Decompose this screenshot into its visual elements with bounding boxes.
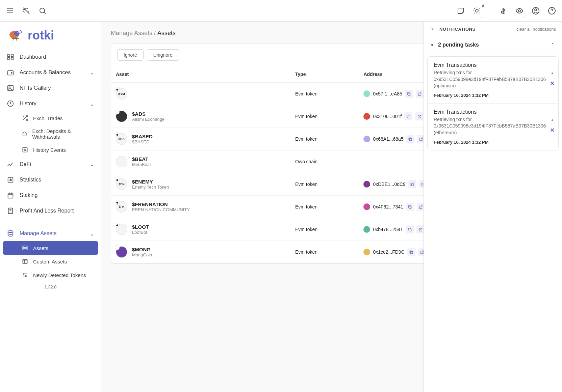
svg-point-0 bbox=[40, 8, 45, 13]
sidebar-item-statistics[interactable]: Statistics bbox=[0, 172, 101, 188]
notification-desc: Retrieving txns for 0x9531C059098e3d194f… bbox=[434, 116, 546, 136]
currency-icon[interactable] bbox=[499, 6, 508, 16]
sidebar-item-staking[interactable]: Staking bbox=[0, 188, 101, 203]
logo-bird-icon bbox=[7, 29, 24, 42]
asset-subtitle: $BASED bbox=[132, 139, 153, 144]
asset-subtitle: LootBot bbox=[132, 230, 149, 235]
menu-icon[interactable] bbox=[5, 6, 15, 16]
notifications-panel: NOTIFICATIONS clear all notifications 2 … bbox=[424, 22, 562, 392]
notifications-title: NOTIFICATIONS bbox=[439, 27, 476, 32]
chevron-right-icon[interactable] bbox=[430, 26, 435, 32]
col-type[interactable]: Type bbox=[290, 66, 359, 83]
address-avatar-icon bbox=[363, 226, 370, 233]
copy-icon[interactable] bbox=[406, 203, 414, 211]
account-icon[interactable] bbox=[531, 6, 540, 16]
asset-type: Evm token bbox=[290, 218, 359, 241]
copy-icon[interactable] bbox=[406, 135, 414, 143]
sidebar-label: History Events bbox=[33, 147, 66, 153]
note-icon[interactable] bbox=[456, 6, 465, 16]
sidebar-label: Manage Assets bbox=[20, 230, 56, 236]
svg-point-7 bbox=[14, 31, 20, 36]
svg-rect-9 bbox=[12, 38, 19, 39]
shuffle-icon bbox=[22, 115, 28, 121]
chart-line-icon bbox=[7, 161, 14, 168]
external-link-icon[interactable] bbox=[415, 112, 423, 120]
sidebar-item-defi[interactable]: DeFi ⌄ bbox=[0, 157, 101, 172]
asset-type: Evm token bbox=[290, 196, 359, 218]
wallet-icon bbox=[7, 69, 14, 76]
sidebar-item-accounts[interactable]: Accounts & Balances ⌄ bbox=[0, 65, 101, 80]
sidebar-sub-exch-trades[interactable]: Exch. Trades bbox=[3, 111, 98, 125]
bar-chart-icon bbox=[7, 176, 14, 184]
sidebar-sub-custom-assets[interactable]: Custom Assets bbox=[3, 255, 98, 268]
close-icon[interactable]: ✕ bbox=[550, 80, 555, 87]
sidebar-item-pnl[interactable]: Profit And Loss Report bbox=[0, 203, 101, 219]
external-link-icon[interactable] bbox=[416, 90, 424, 98]
chevron-down-icon: ⌄ bbox=[523, 15, 526, 18]
notification-time: February 16, 2024 1:32 PM bbox=[434, 93, 546, 98]
help-icon[interactable] bbox=[547, 6, 557, 16]
calendar-icon bbox=[7, 192, 14, 199]
sidebar-item-nfts[interactable]: NFTs Gallery bbox=[0, 80, 101, 96]
svg-rect-29 bbox=[23, 259, 27, 263]
eth-badge-icon: ◆ bbox=[115, 223, 120, 227]
svg-rect-37 bbox=[410, 138, 412, 141]
ignore-button[interactable]: Ignore bbox=[117, 49, 144, 61]
svg-rect-39 bbox=[409, 206, 412, 208]
svg-rect-38 bbox=[412, 184, 414, 186]
privacy-icon[interactable]: ⌄ bbox=[515, 6, 524, 16]
sidebar-sub-history-events[interactable]: History Events bbox=[3, 143, 98, 157]
notification-title: Evm Transactions bbox=[434, 109, 546, 115]
sidebar-label: Exch. Deposits & Withdrawals bbox=[32, 128, 92, 140]
svg-rect-41 bbox=[411, 251, 413, 254]
asset-symbol: $FRENNATION bbox=[132, 201, 190, 207]
svg-rect-25 bbox=[23, 246, 27, 248]
database-icon bbox=[7, 230, 14, 237]
breadcrumb-parent[interactable]: Manage Assets bbox=[111, 30, 152, 36]
sidebar-sub-newly-detected[interactable]: Newly Detected Tokens bbox=[3, 268, 98, 282]
search-icon[interactable] bbox=[38, 6, 47, 16]
report-icon bbox=[7, 207, 14, 215]
logo-text: rotki bbox=[28, 28, 54, 43]
sidebar-label: Statistics bbox=[20, 177, 41, 183]
theme-icon[interactable]: A ⌄ bbox=[472, 6, 482, 16]
copy-icon[interactable] bbox=[408, 180, 416, 188]
copy-icon[interactable] bbox=[404, 112, 412, 120]
sidebar-item-dashboard[interactable]: Dashboard bbox=[0, 49, 101, 65]
close-icon[interactable]: ✕ bbox=[550, 127, 555, 134]
spinner-dot: · bbox=[488, 6, 492, 16]
col-asset[interactable]: Asset↑ bbox=[111, 66, 290, 83]
asset-type: Own chain bbox=[290, 150, 359, 173]
eth-badge-icon: ◆ bbox=[115, 245, 120, 250]
pending-text: 2 pending tasks bbox=[438, 42, 479, 48]
dot-icon bbox=[552, 119, 553, 121]
sidebar-sub-assets[interactable]: Assets bbox=[3, 241, 98, 255]
sidebar-item-manage-assets[interactable]: Manage Assets ⌃ bbox=[0, 226, 101, 241]
sidebar-sub-exch-deposits[interactable]: Exch. Deposits & Withdrawals bbox=[3, 125, 98, 143]
asset-symbol: $ADS bbox=[132, 111, 164, 117]
copy-icon[interactable] bbox=[405, 90, 413, 98]
asset-symbol: $MONG bbox=[132, 247, 152, 252]
asset-icon: ◆ bbox=[116, 224, 127, 235]
sidebar-label: Custom Assets bbox=[33, 259, 67, 264]
address-avatar-icon bbox=[363, 90, 370, 97]
svg-point-28 bbox=[24, 249, 24, 249]
sidebar-item-history[interactable]: History ⌃ bbox=[0, 96, 101, 111]
cloud-off-icon[interactable] bbox=[22, 6, 31, 16]
address-avatar-icon bbox=[363, 181, 370, 188]
eth-badge-icon: ◆ bbox=[115, 200, 120, 205]
copy-icon[interactable] bbox=[407, 248, 415, 256]
sidebar: rotki Dashboard Accounts & Balances ⌄ NF… bbox=[0, 22, 101, 392]
address-text: 0xDBE1...0dC9 bbox=[373, 181, 406, 187]
asset-icon: ◆$EN bbox=[116, 178, 127, 190]
unignore-button[interactable]: Unignore bbox=[147, 49, 179, 61]
address-text: 0x3106...001f bbox=[373, 114, 402, 119]
history-icon bbox=[7, 100, 14, 107]
sidebar-label: Newly Detected Tokens bbox=[33, 272, 86, 278]
eth-badge-icon: ◆ bbox=[115, 177, 120, 182]
logo[interactable]: rotki bbox=[0, 24, 101, 49]
copy-icon[interactable] bbox=[406, 225, 414, 233]
svg-point-10 bbox=[20, 30, 21, 31]
pending-tasks-row[interactable]: 2 pending tasks ⌃ bbox=[424, 37, 562, 53]
clear-notifications-link[interactable]: clear all notifications bbox=[516, 27, 556, 32]
